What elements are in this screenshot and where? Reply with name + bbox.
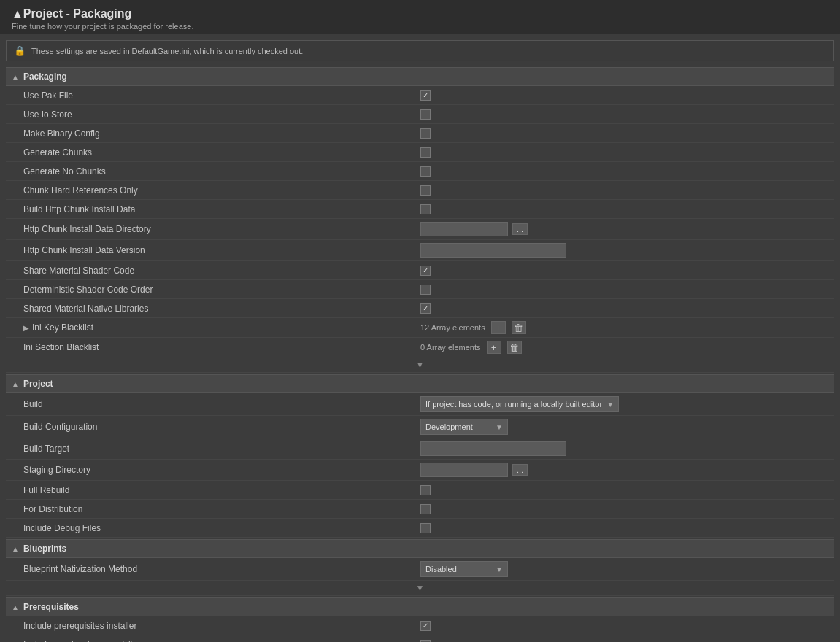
section-prerequisites: ▲ Prerequisites Include prerequisites in…: [6, 597, 834, 642]
row-include-prerequisites-installer: Include prerequisites installer: [6, 616, 834, 635]
value-build-target: [415, 438, 834, 459]
section-label-prerequisites: Prerequisites: [23, 602, 79, 612]
checkbox-shared-material-native-libraries[interactable]: [420, 303, 431, 314]
value-shared-material-native-libraries: [415, 301, 834, 317]
dropdown-build[interactable]: If project has code, or running a locall…: [420, 396, 619, 412]
checkbox-include-app-local-prerequisites[interactable]: [420, 640, 431, 643]
section-header-project[interactable]: ▲ Project: [6, 374, 834, 393]
row-deterministic-shader-code-order: Deterministic Shader Code Order: [6, 280, 834, 299]
value-for-distribution: [415, 501, 834, 517]
expand-icon-packaging: ▼: [416, 360, 425, 370]
checkbox-share-material-shader-code[interactable]: [420, 266, 431, 276]
label-staging-directory: Staging Directory: [6, 462, 415, 478]
label-build-target: Build Target: [6, 441, 415, 457]
page-title: ▲Project - Packaging: [12, 7, 828, 20]
expand-blueprints[interactable]: ▼: [6, 581, 834, 596]
expand-packaging[interactable]: ▼: [6, 357, 834, 373]
row-include-app-local-prerequisites: Include app-local prerequisites: [6, 635, 834, 642]
value-generate-no-chunks: [415, 163, 834, 179]
checkbox-use-pak-file[interactable]: [420, 90, 431, 101]
row-build-target: Build Target: [6, 438, 834, 460]
label-include-debug-files: Include Debug Files: [6, 520, 415, 536]
row-http-chunk-install-data-version: Http Chunk Install Data Version: [6, 240, 834, 261]
row-use-pak-file: Use Pak File: [6, 86, 834, 105]
checkbox-for-distribution[interactable]: [420, 504, 431, 514]
row-chunk-hard-references-only: Chunk Hard References Only: [6, 181, 834, 200]
row-generate-chunks: Generate Chunks: [6, 143, 834, 162]
section-label-blueprints: Blueprints: [23, 544, 66, 554]
checkbox-use-io-store[interactable]: [420, 109, 431, 120]
label-chunk-hard-references-only: Chunk Hard References Only: [6, 182, 415, 198]
label-build: Build: [6, 396, 415, 412]
info-bar: 🔒 These settings are saved in DefaultGam…: [6, 40, 834, 61]
row-for-distribution: For Distribution: [6, 500, 834, 519]
array-row-ini-section-blacklist: 0 Array elements + 🗑: [420, 341, 522, 354]
label-use-io-store: Use Io Store: [6, 107, 415, 123]
label-build-http-chunk-install-data: Build Http Chunk Install Data: [6, 201, 415, 217]
collapse-triangle-prerequisites: ▲: [12, 603, 19, 611]
label-shared-material-native-libraries: Shared Material Native Libraries: [6, 301, 415, 317]
value-deterministic-shader-code-order: [415, 282, 834, 298]
checkbox-generate-chunks[interactable]: [420, 147, 431, 158]
row-build: Build If project has code, or running a …: [6, 393, 834, 416]
row-make-binary-config: Make Binary Config: [6, 124, 834, 143]
input-http-chunk-install-data-version[interactable]: [420, 243, 566, 258]
value-build: If project has code, or running a locall…: [415, 393, 834, 415]
expand-icon-blueprints: ▼: [416, 583, 425, 593]
content-area: ▲ Packaging Use Pak File Use Io Store Ma…: [0, 67, 840, 642]
section-label-project: Project: [23, 379, 53, 389]
checkbox-deterministic-shader-code-order[interactable]: [420, 285, 431, 295]
info-bar-text: These settings are saved in DefaultGame.…: [31, 47, 303, 55]
array-delete-btn-ini-key-blacklist[interactable]: 🗑: [512, 321, 526, 334]
array-delete-btn-ini-section-blacklist[interactable]: 🗑: [507, 341, 522, 354]
value-share-material-shader-code: [415, 263, 834, 279]
label-deterministic-shader-code-order: Deterministic Shader Code Order: [6, 282, 415, 298]
collapse-triangle-blueprints: ▲: [12, 545, 19, 553]
array-add-btn-ini-section-blacklist[interactable]: +: [487, 341, 501, 354]
checkbox-include-debug-files[interactable]: [420, 523, 431, 533]
label-include-app-local-prerequisites: Include app-local prerequisites: [6, 637, 415, 643]
row-ini-section-blacklist: Ini Section Blacklist 0 Array elements +…: [6, 338, 834, 357]
row-http-chunk-install-data-directory: Http Chunk Install Data Directory ...: [6, 219, 834, 240]
ellipsis-btn-staging-directory[interactable]: ...: [512, 464, 528, 476]
label-share-material-shader-code: Share Material Shader Code: [6, 263, 415, 279]
dropdown-blueprint-nativization-value: Disabled: [425, 565, 457, 573]
input-http-chunk-install-data-directory[interactable]: [420, 222, 508, 236]
value-use-pak-file: [415, 88, 834, 104]
checkbox-make-binary-config[interactable]: [420, 128, 431, 139]
value-use-io-store: [415, 107, 834, 123]
value-build-configuration: Development ▼: [415, 416, 834, 438]
ellipsis-btn-http-chunk-install-data-directory[interactable]: ...: [512, 223, 528, 235]
label-generate-chunks: Generate Chunks: [6, 144, 415, 160]
value-generate-chunks: [415, 144, 834, 160]
label-http-chunk-install-data-directory: Http Chunk Install Data Directory: [6, 221, 415, 237]
dropdown-build-configuration-arrow: ▼: [496, 423, 503, 431]
row-shared-material-native-libraries: Shared Material Native Libraries: [6, 299, 834, 318]
checkbox-build-http-chunk-install-data[interactable]: [420, 204, 431, 214]
dropdown-build-configuration[interactable]: Development ▼: [420, 419, 508, 435]
section-packaging: ▲ Packaging Use Pak File Use Io Store Ma…: [6, 67, 834, 373]
checkbox-chunk-hard-references-only[interactable]: [420, 185, 431, 196]
row-share-material-shader-code: Share Material Shader Code: [6, 261, 834, 280]
value-staging-directory: ...: [415, 460, 834, 480]
row-use-io-store: Use Io Store: [6, 105, 834, 124]
value-chunk-hard-references-only: [415, 182, 834, 198]
page-header: ▲Project - Packaging Fine tune how your …: [0, 0, 840, 34]
input-staging-directory[interactable]: [420, 463, 508, 477]
section-header-prerequisites[interactable]: ▲ Prerequisites: [6, 597, 834, 616]
section-body-prerequisites: Include prerequisites installer Include …: [6, 616, 834, 642]
input-build-target[interactable]: [420, 441, 566, 456]
checkbox-generate-no-chunks[interactable]: [420, 166, 431, 177]
value-include-prerequisites-installer: [415, 618, 834, 634]
row-build-configuration: Build Configuration Development ▼: [6, 416, 834, 438]
checkbox-full-rebuild[interactable]: [420, 485, 431, 495]
checkbox-include-prerequisites-installer[interactable]: [420, 621, 431, 631]
label-blueprint-nativization-method: Blueprint Nativization Method: [6, 561, 415, 577]
section-header-packaging[interactable]: ▲ Packaging: [6, 67, 834, 86]
section-header-blueprints[interactable]: ▲ Blueprints: [6, 539, 834, 558]
array-add-btn-ini-key-blacklist[interactable]: +: [491, 321, 506, 334]
label-ini-key-blacklist: ▶Ini Key Blacklist: [6, 320, 415, 336]
row-ini-key-blacklist: ▶Ini Key Blacklist 12 Array elements + 🗑: [6, 318, 834, 338]
dropdown-blueprint-nativization-method[interactable]: Disabled ▼: [420, 561, 508, 577]
label-ini-section-blacklist: Ini Section Blacklist: [6, 339, 415, 355]
